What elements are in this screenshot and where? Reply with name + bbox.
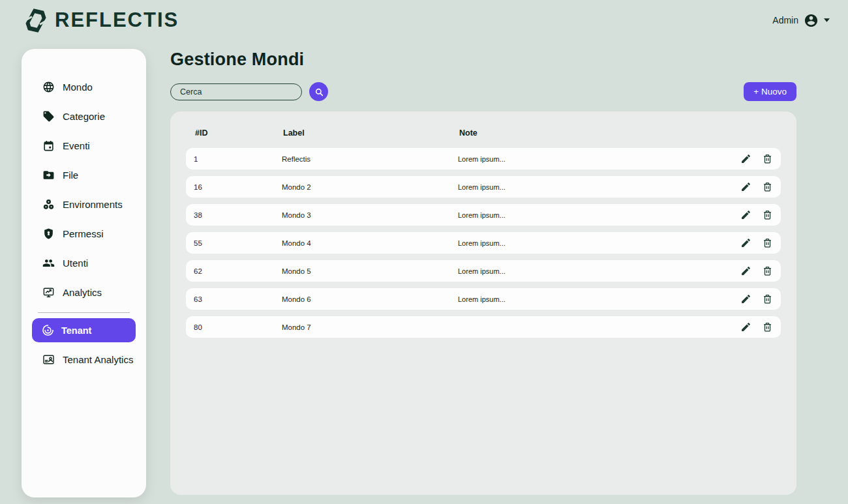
cell-label: Reflectis	[282, 155, 458, 163]
delete-button[interactable]	[762, 153, 773, 164]
edit-button[interactable]	[740, 293, 751, 304]
tag-icon	[42, 110, 55, 123]
sidebar-item-environments[interactable]: Environments	[22, 190, 146, 219]
monitor-chart-icon	[42, 286, 55, 299]
sidebar-item-label: Utenti	[63, 258, 88, 269]
brand-logo: REFLECTIS	[23, 7, 179, 34]
users-icon	[42, 257, 55, 269]
cell-id: 62	[194, 267, 282, 275]
cell-note: Lorem ipsum...	[458, 183, 721, 191]
row-actions	[721, 237, 773, 248]
table-row: 63 Mondo 6 Lorem ipsum...	[186, 288, 781, 310]
cell-id: 1	[194, 155, 282, 163]
sidebar-item-label: Environments	[63, 199, 123, 210]
sidebar-item-utenti[interactable]: Utenti	[22, 248, 146, 278]
row-actions	[721, 153, 773, 164]
sidebar-item-mondo[interactable]: Mondo	[22, 72, 146, 102]
edit-button[interactable]	[740, 153, 751, 164]
cell-note: Lorem ipsum...	[458, 295, 721, 303]
column-header-label: Label	[283, 128, 459, 138]
edit-button[interactable]	[740, 237, 751, 248]
new-button[interactable]: + Nuovo	[744, 82, 796, 101]
sidebar-item-eventi[interactable]: Eventi	[22, 131, 146, 160]
delete-button[interactable]	[762, 209, 773, 220]
edit-button[interactable]	[740, 181, 751, 192]
row-actions	[721, 265, 773, 276]
table-header: #ID Label Note	[186, 126, 781, 148]
table-row: 16 Mondo 2 Lorem ipsum...	[186, 176, 781, 198]
sidebar-nav: Mondo Categorie Eventi File Environments…	[22, 72, 146, 374]
cell-label: Mondo 5	[282, 267, 458, 275]
cell-note: Lorem ipsum...	[458, 239, 721, 247]
delete-button[interactable]	[762, 293, 773, 304]
table-card: #ID Label Note 1 Reflectis Lorem ipsum..…	[170, 111, 796, 495]
sidebar-divider	[38, 312, 130, 313]
sidebar-item-tenant-analytics[interactable]: Tenant Analytics	[22, 345, 146, 374]
cell-id: 16	[194, 183, 282, 191]
row-actions	[721, 293, 773, 304]
cluster-icon	[42, 198, 55, 211]
search-icon	[314, 87, 324, 97]
spiral-icon	[42, 324, 54, 336]
cell-note: Lorem ipsum...	[458, 267, 721, 275]
folder-move-icon	[42, 169, 55, 181]
cell-id: 80	[194, 323, 282, 331]
logo-hexagon-icon	[23, 7, 48, 34]
delete-button[interactable]	[762, 237, 773, 248]
table-row: 1 Reflectis Lorem ipsum...	[186, 148, 781, 170]
edit-button[interactable]	[740, 321, 751, 333]
page-title: Gestione Mondi	[170, 50, 796, 70]
cell-label: Mondo 2	[282, 183, 458, 191]
edit-button[interactable]	[740, 265, 751, 276]
row-actions	[721, 181, 773, 192]
column-header-id: #ID	[195, 128, 283, 138]
shield-lock-icon	[42, 228, 55, 240]
cell-note: Lorem ipsum...	[458, 155, 721, 163]
cell-label: Mondo 7	[282, 323, 458, 331]
sidebar-item-label: Tenant	[61, 325, 91, 336]
table-row: 80 Mondo 7	[186, 316, 781, 338]
user-menu[interactable]: Admin	[772, 13, 830, 28]
contact-card-icon	[42, 353, 55, 366]
row-actions	[721, 209, 773, 220]
sidebar-item-label: Eventi	[63, 140, 90, 151]
sidebar-item-label: Mondo	[63, 82, 93, 93]
toolbar: + Nuovo	[170, 82, 796, 101]
sidebar-item-label: Categorie	[63, 111, 105, 122]
cell-id: 63	[194, 295, 282, 303]
user-label: Admin	[772, 15, 798, 25]
sidebar-item-categorie[interactable]: Categorie	[22, 102, 146, 131]
sidebar-item-tenant[interactable]: Tenant	[32, 318, 136, 342]
calendar-icon	[42, 140, 55, 152]
row-actions	[721, 321, 773, 333]
table-body: 1 Reflectis Lorem ipsum... 16 Mondo 2 Lo…	[186, 148, 781, 338]
sidebar-item-permessi[interactable]: Permessi	[22, 219, 146, 248]
sidebar-item-label: Permessi	[63, 228, 104, 239]
globe-icon	[42, 81, 55, 93]
sidebar: Mondo Categorie Eventi File Environments…	[22, 49, 146, 497]
table-row: 62 Mondo 5 Lorem ipsum...	[186, 260, 781, 282]
cell-id: 55	[194, 239, 282, 247]
sidebar-item-analytics[interactable]: Analytics	[22, 278, 146, 307]
table-row: 38 Mondo 3 Lorem ipsum...	[186, 204, 781, 226]
sidebar-item-label: Tenant Analytics	[63, 354, 133, 365]
search-button[interactable]	[309, 82, 328, 101]
edit-button[interactable]	[740, 209, 751, 220]
table-row: 55 Mondo 4 Lorem ipsum...	[186, 232, 781, 254]
account-circle-icon	[804, 13, 819, 28]
delete-button[interactable]	[762, 181, 773, 192]
cell-label: Mondo 6	[282, 295, 458, 303]
cell-label: Mondo 3	[282, 211, 458, 219]
search-input[interactable]	[170, 83, 302, 100]
delete-button[interactable]	[762, 265, 773, 276]
caret-down-icon	[824, 18, 830, 22]
brand-wordmark: REFLECTIS	[55, 8, 179, 32]
main-content: Gestione Mondi + Nuovo #ID Label Note 1 …	[170, 46, 796, 495]
sidebar-item-file[interactable]: File	[22, 160, 146, 190]
cell-id: 38	[194, 211, 282, 219]
cell-label: Mondo 4	[282, 239, 458, 247]
column-header-note: Note	[459, 128, 721, 138]
delete-button[interactable]	[762, 321, 773, 333]
cell-note: Lorem ipsum...	[458, 211, 721, 219]
sidebar-item-label: Analytics	[63, 287, 102, 298]
